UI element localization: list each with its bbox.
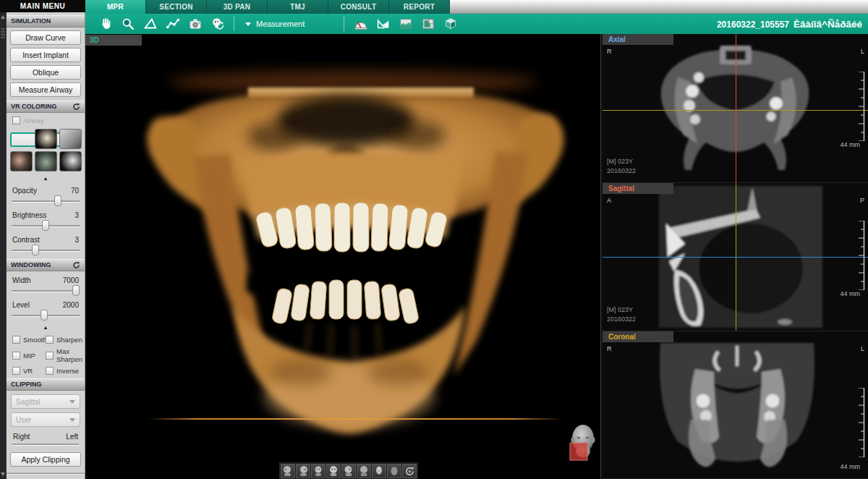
orientation-head-indicator[interactable] (565, 422, 600, 463)
width-slider[interactable] (12, 285, 80, 296)
brightness-slider-thumb[interactable] (42, 220, 49, 231)
orientation-head-oblique[interactable] (341, 464, 356, 478)
checkbox-box (46, 336, 54, 344)
tab-tmj[interactable]: TMJ (268, 0, 328, 14)
opacity-label: Opacity (12, 187, 37, 195)
simulation-title: SIMULATION (11, 16, 51, 27)
angle-icon[interactable] (139, 15, 161, 33)
tab-consult[interactable]: CONSULT (328, 0, 389, 14)
measurement-dropdown[interactable]: Measurement (245, 20, 305, 28)
collapse-vr-coloring-icon[interactable]: ▲ (7, 176, 85, 182)
airway-checkbox[interactable]: Airway (12, 116, 85, 124)
refresh-icon[interactable] (72, 103, 80, 111)
vr-preset-soft-tissue[interactable] (59, 129, 82, 149)
opacity-slider[interactable] (12, 195, 80, 206)
section-header-simulation[interactable]: SIMULATION (7, 15, 85, 27)
coronal-view-tab[interactable]: Coronal (603, 331, 673, 342)
scroll-down-icon[interactable] (1, 472, 5, 476)
opacity-value: 70 (71, 187, 79, 195)
3d-viewport[interactable]: 3D (85, 34, 600, 479)
orientation-head-right[interactable] (296, 464, 310, 478)
vr-preset-skull-dark[interactable] (35, 129, 57, 149)
measure-airway-button[interactable]: Measure Airway (10, 82, 81, 97)
skull-rotate-icon[interactable] (206, 15, 229, 33)
checkbox-box (12, 336, 20, 344)
scroll-grip[interactable] (1, 28, 5, 38)
collapse-windowing-icon[interactable]: ▲ (7, 325, 85, 331)
pan-icon[interactable] (94, 15, 116, 33)
histogram-icon[interactable] (394, 15, 417, 33)
capture-icon[interactable] (184, 15, 206, 33)
vr-preset-mip[interactable] (35, 151, 57, 171)
axial-patient-meta: [M] 023Y 20160322 (607, 157, 636, 176)
level-slider[interactable] (12, 310, 80, 321)
draw-curve-button[interactable]: Draw Curve (10, 30, 81, 45)
window-chrome-strip (450, 0, 868, 14)
axial-view[interactable]: Axial R L 44 mm [M] 023Y 20160322 (603, 34, 868, 183)
tab-section[interactable]: SECTION (146, 0, 207, 14)
opacity-slider-thumb[interactable] (54, 195, 61, 206)
section-header-clipping[interactable]: CLIPPING (7, 378, 85, 391)
clipping-range-slider[interactable] (12, 444, 79, 445)
clipping-mode-select[interactable]: User (11, 412, 80, 427)
width-slider-thumb[interactable] (72, 285, 80, 296)
axial-crosshair-horizontal[interactable] (603, 110, 868, 111)
orientation-head-left[interactable] (281, 464, 295, 478)
orientation-head-silhouette[interactable] (387, 464, 401, 478)
contrast-value: 3 (75, 236, 79, 244)
sagittal-view[interactable]: Sagittal A P 44 mm [M] 023Y 20160322 (603, 183, 868, 331)
patient-identifier: 20160322_105557Èâàíîâ^Ñåðãéé (717, 19, 862, 30)
checkbox-box (12, 116, 20, 124)
clipping-plane-select[interactable]: Sagittal (11, 394, 80, 409)
mip-checkbox[interactable]: MIP (12, 347, 46, 363)
sharpen-checkbox[interactable]: Sharpen (46, 336, 88, 344)
measurement-label: Measurement (256, 20, 305, 28)
axial-scale-label: 44 mm (840, 141, 860, 148)
width-value: 7000 (63, 276, 79, 284)
scroll-up-icon[interactable] (1, 15, 5, 19)
sagittal-view-tab[interactable]: Sagittal (603, 183, 673, 194)
protractor-icon[interactable] (349, 15, 372, 33)
vr-preset-bone-gear[interactable] (59, 151, 82, 171)
zoom-icon[interactable] (116, 15, 139, 33)
refresh-icon[interactable] (72, 261, 80, 269)
sagittal-crosshair-horizontal[interactable] (603, 257, 868, 258)
section-header-vr-coloring[interactable]: VR COLORING (7, 101, 85, 113)
coronal-view[interactable]: Coronal R L 44 mm (603, 331, 868, 479)
windowing-filter-options: Smooth Sharpen MIP Max Sharpen VR Invers… (12, 332, 85, 375)
brightness-slider[interactable] (12, 220, 80, 231)
orientation-head-front[interactable] (326, 464, 341, 478)
max-sharpen-checkbox[interactable]: Max Sharpen (46, 347, 88, 363)
axial-view-tab[interactable]: Axial (603, 34, 673, 45)
main-menu-header[interactable]: MAIN MENU (0, 0, 85, 12)
vr-label: VR (23, 367, 33, 375)
smooth-checkbox[interactable]: Smooth (12, 336, 46, 344)
tab-mpr[interactable]: MPR (85, 0, 146, 14)
level-slider-thumb[interactable] (41, 310, 48, 321)
orientation-head-front-small[interactable] (311, 464, 326, 478)
tab-report[interactable]: REPORT (389, 0, 450, 14)
orientation-head-top[interactable] (372, 464, 386, 478)
orientation-head-back[interactable] (357, 464, 371, 478)
contrast-slider-thumb[interactable] (32, 245, 39, 255)
oblique-button[interactable]: Oblique (10, 65, 81, 80)
checkbox-box (46, 352, 54, 360)
inverse-checkbox[interactable]: Inverse (46, 367, 88, 375)
module-tabs: MPR SECTION 3D PAN TMJ CONSULT REPORT (85, 0, 450, 14)
curve-icon[interactable] (161, 15, 184, 33)
cube-icon[interactable] (439, 15, 461, 33)
rotate-reset-icon[interactable] (402, 464, 417, 478)
axial-crosshair-vertical[interactable] (736, 34, 736, 182)
tab-3d-pan[interactable]: 3D PAN (207, 0, 268, 14)
contrast-slider[interactable] (12, 245, 80, 255)
vr-checkbox[interactable]: VR (12, 367, 46, 375)
vr-preset-grid (7, 129, 85, 171)
section-header-windowing[interactable]: WINDOWING (7, 259, 85, 271)
sagittal-marker-anterior: A (607, 197, 611, 204)
vr-preset-profile[interactable] (10, 151, 33, 171)
apply-clipping-button[interactable]: Apply Clipping (10, 452, 81, 467)
annotation-icon[interactable] (417, 15, 439, 33)
sidebar-scrollbar[interactable] (0, 12, 7, 479)
profile-measure-icon[interactable] (372, 15, 394, 33)
insert-implant-button[interactable]: Insert Implant (10, 48, 81, 62)
